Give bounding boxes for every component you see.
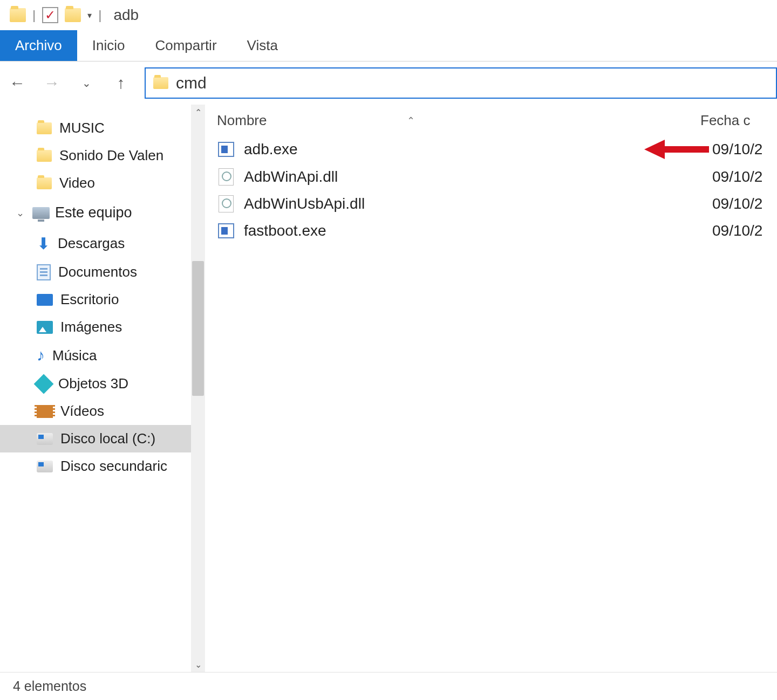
sidebar-item-descargas[interactable]: ⬇ Descargas (0, 229, 205, 258)
scroll-down-icon[interactable]: ⌄ (191, 657, 205, 672)
folder-icon[interactable] (10, 8, 26, 22)
forward-button[interactable]: → (41, 74, 63, 92)
file-name: AdbWinUsbApi.dll (244, 195, 704, 212)
sidebar-group-label: Este equipo (55, 204, 132, 221)
body: MUSIC Sonido De Valen Video ⌄ Este equip… (0, 105, 777, 672)
up-button[interactable]: ↑ (110, 74, 132, 92)
column-header-name[interactable]: Nombre ⌃ (217, 112, 700, 129)
chevron-down-icon[interactable]: ⌄ (16, 207, 27, 219)
sort-indicator-icon: ⌃ (407, 115, 415, 127)
column-headers: Nombre ⌃ Fecha c (205, 105, 777, 135)
sidebar-group-pc[interactable]: ⌄ Este equipo (0, 197, 205, 229)
sidebar-item-disco-secundario[interactable]: Disco secundaric (0, 452, 205, 480)
exe-icon (217, 140, 235, 159)
sidebar-item-label: Vídeos (60, 403, 104, 420)
sidebar-item-disco-c[interactable]: Disco local (C:) (0, 425, 205, 452)
column-header-date[interactable]: Fecha c (700, 112, 765, 129)
qat-dropdown-icon[interactable]: ▾ (87, 10, 92, 20)
file-date: 09/10/2 (712, 222, 777, 239)
separator: | (98, 8, 101, 23)
sidebar-item-imagenes[interactable]: Imágenes (0, 313, 205, 341)
pictures-icon (37, 321, 53, 334)
window-title: adb (108, 6, 139, 24)
document-icon (37, 264, 51, 280)
svg-marker-1 (644, 140, 665, 159)
sidebar-item-video[interactable]: Video (0, 169, 205, 197)
music-icon: ♪ (37, 346, 45, 365)
sidebar-item-videos[interactable]: Vídeos (0, 397, 205, 425)
folder-icon (37, 177, 52, 189)
scrollbar[interactable]: ⌃ ⌄ (191, 105, 205, 672)
sidebar-item-label: MUSIC (59, 120, 105, 136)
file-name: adb.exe (244, 141, 630, 158)
navigation-bar: ← → ⌄ ↑ cmd (0, 61, 777, 105)
file-list: adb.exe 09/10/2 AdbWinApi.dll 09/10/2 Ad… (205, 135, 777, 244)
sidebar-item-music[interactable]: MUSIC (0, 114, 205, 142)
exe-icon (217, 222, 235, 240)
sidebar-item-label: Documentos (58, 264, 137, 280)
videos-icon (37, 405, 53, 418)
back-button[interactable]: ← (6, 74, 28, 92)
sidebar-item-label: Descargas (58, 235, 125, 252)
sidebar-item-sonido[interactable]: Sonido De Valen (0, 142, 205, 169)
file-date: 09/10/2 (712, 141, 777, 158)
tab-archivo[interactable]: Archivo (0, 30, 77, 61)
scroll-up-icon[interactable]: ⌃ (191, 105, 205, 120)
recent-dropdown-icon[interactable]: ⌄ (76, 77, 97, 90)
file-date: 09/10/2 (712, 168, 777, 186)
file-row[interactable]: AdbWinApi.dll 09/10/2 (217, 163, 777, 190)
pc-icon (32, 207, 50, 219)
column-header-label: Nombre (217, 112, 267, 129)
folder-icon (153, 77, 168, 89)
file-row[interactable]: AdbWinUsbApi.dll 09/10/2 (217, 190, 777, 217)
status-count: 4 elementos (13, 678, 86, 694)
download-icon: ⬇ (37, 234, 50, 253)
sidebar-item-label: Música (52, 347, 97, 364)
desktop-icon (37, 294, 53, 306)
status-bar: 4 elementos (0, 672, 777, 700)
dll-icon (217, 195, 235, 213)
dll-icon (217, 168, 235, 186)
tab-compartir[interactable]: Compartir (140, 30, 231, 61)
sidebar-item-label: Imágenes (60, 319, 122, 335)
sidebar: MUSIC Sonido De Valen Video ⌄ Este equip… (0, 105, 205, 672)
sidebar-item-escritorio[interactable]: Escritorio (0, 286, 205, 313)
disk-icon (37, 433, 53, 445)
disk-icon (37, 461, 53, 472)
file-date: 09/10/2 (712, 195, 777, 212)
column-header-label: Fecha c (700, 112, 751, 128)
address-text[interactable]: cmd (176, 74, 207, 92)
file-pane: Nombre ⌃ Fecha c adb.exe 09/10/2 (205, 105, 777, 672)
folder-icon (37, 122, 52, 134)
sidebar-item-documentos[interactable]: Documentos (0, 258, 205, 286)
sidebar-item-objetos3d[interactable]: Objetos 3D (0, 370, 205, 397)
sidebar-item-label: Disco secundaric (60, 458, 167, 475)
file-name: AdbWinApi.dll (244, 168, 704, 186)
title-bar: | ✓ ▾ | adb (0, 0, 777, 30)
objects3d-icon (34, 374, 54, 394)
sidebar-item-label: Video (59, 175, 95, 191)
sidebar-item-label: Sonido De Valen (59, 147, 163, 164)
file-name: fastboot.exe (244, 222, 704, 239)
folder-icon[interactable] (65, 8, 81, 22)
properties-icon[interactable]: ✓ (42, 7, 58, 23)
file-row[interactable]: fastboot.exe 09/10/2 (217, 217, 777, 244)
folder-icon (37, 150, 52, 162)
sidebar-item-label: Disco local (C:) (60, 430, 155, 447)
tab-inicio[interactable]: Inicio (77, 30, 140, 61)
address-bar[interactable]: cmd (145, 67, 777, 99)
sidebar-item-musica[interactable]: ♪ Música (0, 341, 205, 370)
sidebar-item-label: Objetos 3D (58, 375, 128, 392)
file-row[interactable]: adb.exe 09/10/2 (217, 135, 777, 163)
tab-vista[interactable]: Vista (232, 30, 293, 61)
sidebar-item-label: Escritorio (60, 291, 119, 308)
annotation-arrow-icon (639, 140, 704, 159)
ribbon-tabs: Archivo Inicio Compartir Vista (0, 30, 777, 61)
separator: | (32, 8, 36, 23)
scrollbar-thumb[interactable] (192, 261, 204, 396)
